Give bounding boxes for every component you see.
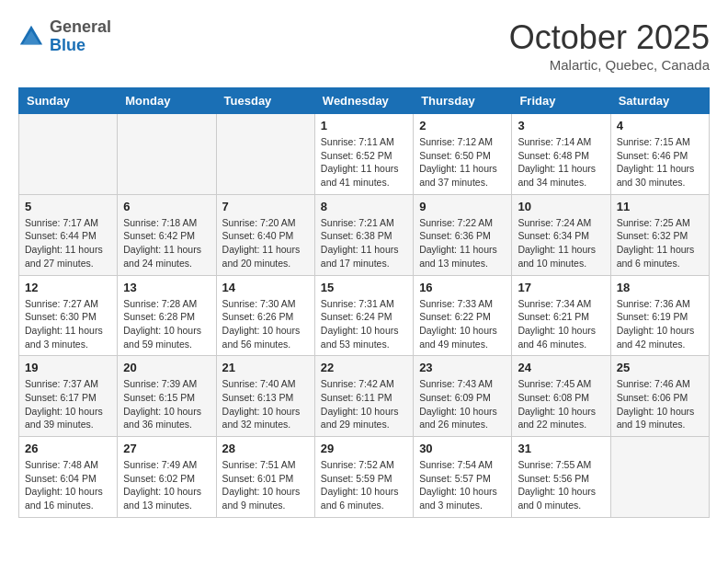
logo-blue-text: Blue <box>50 36 85 54</box>
day-info: Sunrise: 7:31 AMSunset: 6:24 PMDaylight:… <box>321 297 407 351</box>
day-number: 10 <box>518 200 604 213</box>
day-number: 25 <box>617 361 703 374</box>
location-subtitle: Malartic, Quebec, Canada <box>509 57 710 73</box>
day-number: 24 <box>518 361 604 374</box>
calendar-cell <box>19 114 118 195</box>
day-number: 9 <box>419 200 506 213</box>
calendar-cell: 2Sunrise: 7:12 AMSunset: 6:50 PMDaylight… <box>414 114 512 195</box>
calendar-body: 1Sunrise: 7:11 AMSunset: 6:52 PMDaylight… <box>19 114 710 518</box>
calendar-week-row: 1Sunrise: 7:11 AMSunset: 6:52 PMDaylight… <box>19 114 710 195</box>
day-number: 14 <box>222 281 309 294</box>
calendar-cell: 11Sunrise: 7:25 AMSunset: 6:32 PMDayligh… <box>610 194 709 275</box>
calendar-cell: 16Sunrise: 7:33 AMSunset: 6:22 PMDayligh… <box>414 275 512 356</box>
day-number: 8 <box>321 200 407 213</box>
logo: General Blue <box>18 18 111 55</box>
day-info: Sunrise: 7:34 AMSunset: 6:21 PMDaylight:… <box>518 297 604 351</box>
day-number: 15 <box>321 281 407 294</box>
day-info: Sunrise: 7:25 AMSunset: 6:32 PMDaylight:… <box>617 216 703 270</box>
title-block: October 2025 Malartic, Quebec, Canada <box>509 18 710 73</box>
day-info: Sunrise: 7:20 AMSunset: 6:40 PMDaylight:… <box>222 216 309 270</box>
page-header: General Blue October 2025 Malartic, Queb… <box>18 18 710 73</box>
day-info: Sunrise: 7:18 AMSunset: 6:42 PMDaylight:… <box>123 216 210 270</box>
calendar-cell: 29Sunrise: 7:52 AMSunset: 5:59 PMDayligh… <box>314 437 413 518</box>
calendar-week-row: 12Sunrise: 7:27 AMSunset: 6:30 PMDayligh… <box>19 275 710 356</box>
day-info: Sunrise: 7:48 AMSunset: 6:04 PMDaylight:… <box>25 458 111 512</box>
day-info: Sunrise: 7:14 AMSunset: 6:48 PMDaylight:… <box>518 135 604 190</box>
day-number: 5 <box>25 200 111 213</box>
day-info: Sunrise: 7:36 AMSunset: 6:19 PMDaylight:… <box>617 297 703 351</box>
calendar-cell <box>216 114 314 195</box>
calendar-week-row: 19Sunrise: 7:37 AMSunset: 6:17 PMDayligh… <box>19 356 710 437</box>
day-info: Sunrise: 7:54 AMSunset: 5:57 PMDaylight:… <box>419 458 506 512</box>
calendar-cell: 19Sunrise: 7:37 AMSunset: 6:17 PMDayligh… <box>19 356 118 437</box>
calendar-cell: 25Sunrise: 7:46 AMSunset: 6:06 PMDayligh… <box>610 356 709 437</box>
calendar-week-row: 26Sunrise: 7:48 AMSunset: 6:04 PMDayligh… <box>19 437 710 518</box>
calendar-cell: 23Sunrise: 7:43 AMSunset: 6:09 PMDayligh… <box>414 356 512 437</box>
day-info: Sunrise: 7:51 AMSunset: 6:01 PMDaylight:… <box>222 458 309 512</box>
day-number: 7 <box>222 200 309 213</box>
day-info: Sunrise: 7:33 AMSunset: 6:22 PMDaylight:… <box>419 297 506 351</box>
weekday-header-thursday: Thursday <box>414 88 512 114</box>
day-info: Sunrise: 7:43 AMSunset: 6:09 PMDaylight:… <box>419 377 506 431</box>
calendar-cell: 13Sunrise: 7:28 AMSunset: 6:28 PMDayligh… <box>118 275 216 356</box>
day-number: 27 <box>123 442 210 455</box>
day-number: 19 <box>25 361 111 374</box>
day-info: Sunrise: 7:12 AMSunset: 6:50 PMDaylight:… <box>419 135 506 190</box>
calendar-cell: 26Sunrise: 7:48 AMSunset: 6:04 PMDayligh… <box>19 437 118 518</box>
calendar-cell: 7Sunrise: 7:20 AMSunset: 6:40 PMDaylight… <box>216 194 314 275</box>
calendar-cell: 6Sunrise: 7:18 AMSunset: 6:42 PMDaylight… <box>118 194 216 275</box>
day-info: Sunrise: 7:52 AMSunset: 5:59 PMDaylight:… <box>321 458 407 512</box>
calendar-header: SundayMondayTuesdayWednesdayThursdayFrid… <box>19 88 710 114</box>
day-number: 29 <box>321 442 407 455</box>
calendar-table: SundayMondayTuesdayWednesdayThursdayFrid… <box>18 87 710 518</box>
calendar-cell: 1Sunrise: 7:11 AMSunset: 6:52 PMDaylight… <box>314 114 413 195</box>
day-number: 22 <box>321 361 407 374</box>
day-info: Sunrise: 7:49 AMSunset: 6:02 PMDaylight:… <box>123 458 210 512</box>
day-info: Sunrise: 7:17 AMSunset: 6:44 PMDaylight:… <box>25 216 111 270</box>
day-info: Sunrise: 7:55 AMSunset: 5:56 PMDaylight:… <box>518 458 604 512</box>
month-title: October 2025 <box>509 18 710 57</box>
calendar-cell: 20Sunrise: 7:39 AMSunset: 6:15 PMDayligh… <box>118 356 216 437</box>
calendar-cell: 14Sunrise: 7:30 AMSunset: 6:26 PMDayligh… <box>216 275 314 356</box>
day-number: 16 <box>419 281 506 294</box>
calendar-cell <box>118 114 216 195</box>
day-info: Sunrise: 7:27 AMSunset: 6:30 PMDaylight:… <box>25 297 111 351</box>
day-number: 12 <box>25 281 111 294</box>
calendar-cell: 4Sunrise: 7:15 AMSunset: 6:46 PMDaylight… <box>610 114 709 195</box>
day-info: Sunrise: 7:28 AMSunset: 6:28 PMDaylight:… <box>123 297 210 351</box>
calendar-cell: 5Sunrise: 7:17 AMSunset: 6:44 PMDaylight… <box>19 194 118 275</box>
calendar-cell <box>610 437 709 518</box>
calendar-cell: 18Sunrise: 7:36 AMSunset: 6:19 PMDayligh… <box>610 275 709 356</box>
day-number: 2 <box>419 119 506 132</box>
calendar-cell: 10Sunrise: 7:24 AMSunset: 6:34 PMDayligh… <box>512 194 610 275</box>
weekday-header-tuesday: Tuesday <box>216 88 314 114</box>
day-number: 1 <box>321 119 407 132</box>
calendar-cell: 9Sunrise: 7:22 AMSunset: 6:36 PMDaylight… <box>414 194 512 275</box>
day-number: 18 <box>617 281 703 294</box>
calendar-cell: 15Sunrise: 7:31 AMSunset: 6:24 PMDayligh… <box>314 275 413 356</box>
day-number: 6 <box>123 200 210 213</box>
weekday-header-friday: Friday <box>512 88 610 114</box>
day-number: 21 <box>222 361 309 374</box>
day-number: 26 <box>25 442 111 455</box>
calendar-cell: 3Sunrise: 7:14 AMSunset: 6:48 PMDaylight… <box>512 114 610 195</box>
calendar-cell: 22Sunrise: 7:42 AMSunset: 6:11 PMDayligh… <box>314 356 413 437</box>
day-info: Sunrise: 7:46 AMSunset: 6:06 PMDaylight:… <box>617 377 703 431</box>
logo-general-text: General <box>50 17 111 36</box>
weekday-header-wednesday: Wednesday <box>314 88 413 114</box>
day-number: 28 <box>222 442 309 455</box>
day-info: Sunrise: 7:45 AMSunset: 6:08 PMDaylight:… <box>518 377 604 431</box>
calendar-cell: 30Sunrise: 7:54 AMSunset: 5:57 PMDayligh… <box>414 437 512 518</box>
day-info: Sunrise: 7:11 AMSunset: 6:52 PMDaylight:… <box>321 135 407 190</box>
calendar-cell: 27Sunrise: 7:49 AMSunset: 6:02 PMDayligh… <box>118 437 216 518</box>
calendar-cell: 8Sunrise: 7:21 AMSunset: 6:38 PMDaylight… <box>314 194 413 275</box>
day-info: Sunrise: 7:24 AMSunset: 6:34 PMDaylight:… <box>518 216 604 270</box>
day-number: 4 <box>617 119 703 132</box>
logo-icon <box>18 24 44 50</box>
day-info: Sunrise: 7:30 AMSunset: 6:26 PMDaylight:… <box>222 297 309 351</box>
day-info: Sunrise: 7:21 AMSunset: 6:38 PMDaylight:… <box>321 216 407 270</box>
day-number: 23 <box>419 361 506 374</box>
day-info: Sunrise: 7:22 AMSunset: 6:36 PMDaylight:… <box>419 216 506 270</box>
calendar-week-row: 5Sunrise: 7:17 AMSunset: 6:44 PMDaylight… <box>19 194 710 275</box>
day-number: 31 <box>518 442 604 455</box>
